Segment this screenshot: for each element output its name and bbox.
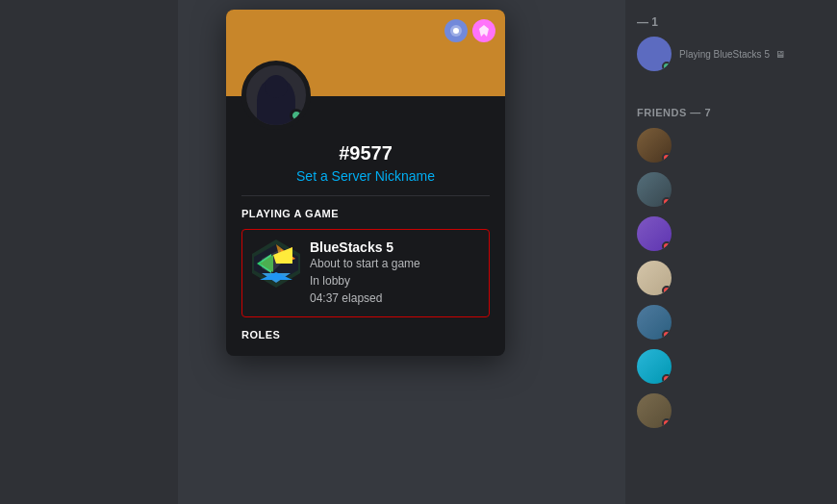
online-status-dot xyxy=(290,109,303,122)
friend-status-4 xyxy=(662,286,672,295)
left-sidebar xyxy=(0,0,178,504)
online-count: — 1 xyxy=(637,15,658,29)
friend-avatar-5 xyxy=(637,305,672,340)
friend-item-7[interactable] xyxy=(629,390,833,432)
friends-title: FRIENDS — 7 xyxy=(637,107,825,118)
game-name: BlueStacks 5 xyxy=(310,239,479,255)
avatar-wrap xyxy=(241,61,311,130)
friend-status-3 xyxy=(662,241,672,251)
boost-badge xyxy=(472,19,495,42)
friend-avatar-3 xyxy=(637,216,672,251)
friend-status-5 xyxy=(662,330,672,340)
friend-status-7 xyxy=(662,418,672,428)
screen-share-icon: 🖥 xyxy=(775,49,785,60)
boost-badge-icon xyxy=(478,24,490,38)
playing-user-info: Playing BlueStacks 5 🖥 xyxy=(679,49,825,60)
friend-status-1 xyxy=(662,153,672,163)
playing-section-label: PLAYING A GAME xyxy=(241,208,490,219)
friend-avatar-7 xyxy=(637,393,672,428)
playing-game-box: BlueStacks 5 About to start a game In lo… xyxy=(241,229,490,317)
right-panel: — 1 Playing BlueStacks 5 🖥 FRIENDS — 7 xyxy=(625,0,837,504)
online-header: — 1 xyxy=(625,8,837,33)
game-elapsed: 04:37 elapsed xyxy=(310,290,479,307)
svg-point-1 xyxy=(453,28,459,34)
friend-item-1[interactable] xyxy=(629,124,833,166)
friend-item-2[interactable] xyxy=(629,168,833,211)
friend-item-4[interactable] xyxy=(629,257,833,299)
bluestacks-svg xyxy=(252,239,300,288)
friend-status-2 xyxy=(662,197,672,207)
friend-avatar-1 xyxy=(637,128,672,163)
svg-marker-2 xyxy=(479,25,489,37)
friend-avatar-4 xyxy=(637,261,672,295)
main-content: #9577 Set a Server Nickname PLAYING A GA… xyxy=(178,0,625,504)
nitro-badge xyxy=(444,19,468,42)
friend-avatar-2 xyxy=(637,172,672,207)
playing-user-avatar xyxy=(637,37,672,71)
profile-tag: #9577 xyxy=(241,142,490,164)
playing-user-item[interactable]: Playing BlueStacks 5 🖥 xyxy=(629,33,833,75)
friends-header: FRIENDS — 7 xyxy=(625,91,837,122)
profile-body: #9577 Set a Server Nickname PLAYING A GA… xyxy=(226,96,505,356)
roles-label: ROLES xyxy=(241,329,490,340)
profile-badges xyxy=(444,19,495,42)
friend-status-6 xyxy=(662,374,672,384)
friend-item-6[interactable] xyxy=(629,345,833,388)
game-status-1: About to start a game xyxy=(310,255,479,272)
roles-section: ROLES xyxy=(241,329,490,340)
profile-banner xyxy=(226,10,505,96)
server-nickname-link[interactable]: Set a Server Nickname xyxy=(241,168,490,184)
profile-card-overlay: #9577 Set a Server Nickname PLAYING A GA… xyxy=(178,0,553,504)
profile-divider xyxy=(241,195,490,196)
game-status-2: In lobby xyxy=(310,272,479,290)
friend-avatar-6 xyxy=(637,349,672,384)
panel-divider xyxy=(637,83,825,84)
playing-badge: Playing BlueStacks 5 🖥 xyxy=(679,49,825,60)
friend-item-3[interactable] xyxy=(629,213,833,255)
game-icon xyxy=(252,239,300,288)
profile-card: #9577 Set a Server Nickname PLAYING A GA… xyxy=(226,10,505,356)
avatar xyxy=(241,61,311,130)
game-info: BlueStacks 5 About to start a game In lo… xyxy=(310,239,479,307)
playing-user-online-dot xyxy=(662,62,672,71)
nitro-badge-icon xyxy=(449,24,463,38)
playing-game-label: Playing BlueStacks 5 xyxy=(679,49,770,60)
friend-item-5[interactable] xyxy=(629,301,833,343)
